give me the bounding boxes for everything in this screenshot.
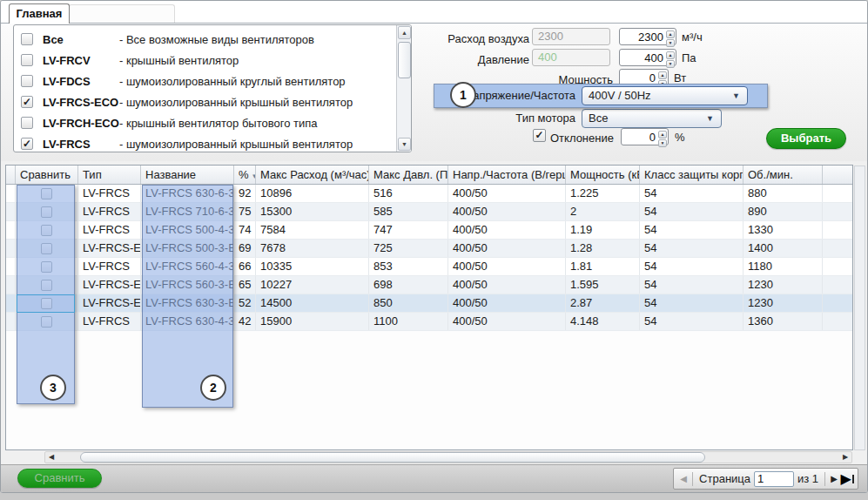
fan-type-list-items: Все- Все возможные виды вентиляторовLV-F… (14, 25, 396, 152)
tab-placeholder (69, 4, 175, 23)
page-input[interactable] (754, 471, 794, 487)
table-cell: 1330 (744, 221, 823, 239)
table-row[interactable]: LV-FRCSLV-FRCS 630-4-342159001100400/504… (6, 313, 852, 331)
fan-type-item[interactable]: LV-FRCS- шумоизолированный крышный венти… (14, 133, 396, 152)
column-header[interactable]: Об./мин. (744, 166, 823, 184)
deviation-value[interactable]: 0 (622, 129, 657, 145)
table-row[interactable]: LV-FRCSLV-FRCS 500-4-3747584747400/501.1… (6, 221, 852, 240)
pressure-spinner[interactable]: 400 ▲ ▼ (619, 49, 676, 66)
select-button[interactable]: Выбрать (766, 128, 846, 149)
column-header-label: Мощность (кВт) (570, 168, 640, 181)
voltage-dropdown[interactable]: 400V / 50Hz ▼ (582, 86, 748, 105)
table-row[interactable]: LV-FRCSLV-FRCS 560-4-36610335853400/501.… (6, 258, 852, 276)
column-header[interactable]: Сравнить (16, 166, 78, 184)
column-header[interactable]: Напр./Частота (В/герц) (448, 166, 566, 184)
spin-up-icon[interactable]: ▲ (658, 71, 667, 79)
table-cell: LV-FRCS (78, 185, 141, 202)
spin-up-icon[interactable]: ▲ (666, 51, 675, 59)
table-cell: 853 (369, 258, 448, 275)
compare-button[interactable]: Сравнить (17, 469, 102, 488)
row-selector-cell (6, 185, 16, 202)
grid-header[interactable]: СравнитьТипНазвание%▼Макс Расход (м³/час… (6, 166, 852, 185)
table-cell: 10227 (256, 276, 369, 294)
column-header[interactable]: Класс защиты корпус (640, 166, 744, 184)
table-row[interactable]: LV-FRCS-ECOLV-FRCS 560-3-ECO651022769840… (6, 276, 852, 294)
pressure-label: Давление (384, 51, 529, 69)
column-header[interactable]: Макс Расход (м³/час) (256, 166, 369, 184)
hscrollbar-thumb[interactable] (80, 452, 705, 463)
fan-type-checkbox[interactable] (21, 138, 33, 150)
spin-up-icon[interactable]: ▲ (666, 30, 675, 38)
fan-type-list[interactable]: Все- Все возможные виды вентиляторовLV-F… (13, 24, 412, 152)
fan-type-checkbox[interactable] (21, 96, 33, 108)
scroll-down-icon[interactable]: ▼ (398, 138, 411, 151)
pressure-unit: Па (682, 50, 696, 67)
spin-down-icon[interactable]: ▼ (666, 39, 675, 47)
column-header[interactable]: Тип (78, 166, 141, 184)
fan-type-checkbox[interactable] (21, 33, 33, 45)
table-cell: 52 (234, 294, 256, 312)
spin-down-icon[interactable]: ▼ (658, 139, 667, 147)
table-row[interactable]: LV-FRCS-ECOLV-FRCS 500-3-ECO697678725400… (6, 240, 852, 258)
column-header[interactable]: Название (141, 166, 234, 184)
row-selector-cell (6, 258, 16, 275)
column-header[interactable]: Макс Давл. (Па) (369, 166, 448, 184)
table-cell: 54 (640, 258, 744, 275)
airflow-value[interactable]: 2300 (620, 29, 665, 44)
callout-1: 1 (450, 82, 476, 108)
table-cell: 74 (234, 221, 256, 239)
fan-type-label: LV-FRCS (43, 138, 119, 151)
tab-bar: Главная (1, 1, 867, 23)
fan-type-item[interactable]: LV-FRCS-ECO- шумоизолированный крышный в… (14, 91, 396, 112)
chevron-down-icon[interactable]: ▼ (706, 115, 714, 123)
fan-type-checkbox[interactable] (21, 75, 33, 87)
prev-page-icon[interactable]: ◀ (677, 474, 690, 483)
table-cell: 54 (640, 221, 744, 239)
table-row[interactable]: LV-FRCS-ECOLV-FRCS 630-3-ECO521450085040… (6, 294, 852, 313)
grid-vertical-scrollbar[interactable] (854, 166, 865, 450)
table-cell: 585 (369, 203, 448, 220)
fan-type-item[interactable]: LV-FDCS- шумоизолированный круглый венти… (14, 71, 396, 91)
fan-type-checkbox[interactable] (21, 117, 33, 129)
grid-body: LV-FRCSLV-FRCS 630-6-39210896516400/501.… (6, 185, 852, 449)
table-row[interactable]: LV-FRCSLV-FRCS 630-6-39210896516400/501.… (6, 185, 852, 203)
fan-type-description: - шумоизолированный крышный вентилятор (119, 138, 353, 151)
pressure-value[interactable]: 400 (620, 50, 665, 65)
scroll-left-icon[interactable]: ◀ (45, 452, 57, 463)
voltage-dropdown-value: 400V / 50Hz (589, 89, 651, 102)
next-page-icon[interactable]: ▶ (828, 474, 840, 483)
chevron-down-icon[interactable]: ▼ (732, 92, 740, 100)
fan-type-item[interactable]: LV-FRCH-ECO- крышный вентилятор бытового… (14, 112, 396, 133)
pressure-spin-buttons: ▲ ▼ (665, 50, 676, 65)
column-header[interactable]: Мощность (кВт) (566, 166, 640, 184)
separator (692, 472, 693, 486)
table-cell: 747 (369, 221, 448, 239)
airflow-spinner[interactable]: 2300 ▲ ▼ (619, 28, 676, 45)
deviation-checkbox[interactable]: ✓ (533, 129, 546, 142)
deviation-spin-buttons: ▲ ▼ (657, 129, 668, 145)
fan-type-item[interactable]: LV-FRCV- крышный вентилятор (14, 50, 396, 71)
table-cell: 15900 (256, 313, 369, 330)
table-cell: 400/50 (448, 221, 566, 239)
deviation-spinner[interactable]: 0 ▲ ▼ (621, 128, 669, 145)
last-page-icon[interactable]: ▶ (840, 470, 854, 487)
grid-horizontal-scrollbar[interactable]: ◀ ▶ (44, 451, 852, 463)
airflow-spin-buttons: ▲ ▼ (665, 29, 676, 44)
table-cell: 54 (640, 294, 744, 312)
table-cell: 1.19 (566, 221, 640, 239)
motor-type-dropdown[interactable]: Все ▼ (582, 109, 722, 128)
table-cell: 54 (640, 203, 744, 220)
fan-type-checkbox[interactable] (21, 54, 33, 66)
tab-main[interactable]: Главная (9, 3, 70, 24)
table-cell: LV-FRCS-ECO (78, 294, 141, 312)
table-cell: 400/50 (448, 185, 566, 202)
scroll-right-icon[interactable]: ▶ (839, 452, 851, 463)
spin-up-icon[interactable]: ▲ (658, 131, 667, 139)
spin-down-icon[interactable]: ▼ (666, 60, 675, 68)
table-cell: 880 (744, 185, 823, 202)
table-row[interactable]: LV-FRCSLV-FRCS 710-6-37515300585400/5025… (6, 203, 852, 221)
fan-type-item[interactable]: Все- Все возможные виды вентиляторов (14, 29, 396, 50)
table-cell: 400/50 (448, 276, 566, 294)
column-header[interactable]: %▼ (234, 166, 256, 184)
results-grid[interactable]: СравнитьТипНазвание%▼Макс Расход (м³/час… (5, 165, 853, 450)
